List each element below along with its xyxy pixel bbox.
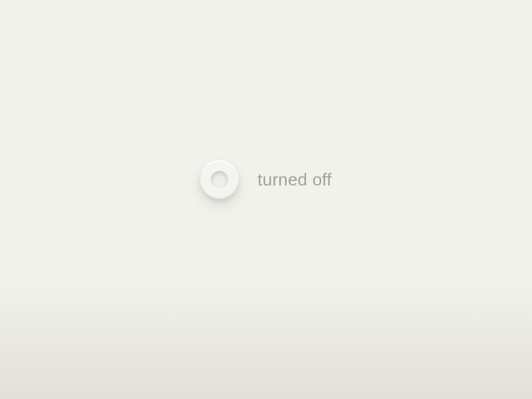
power-toggle-group: turned off: [200, 160, 331, 199]
power-toggle-label: turned off: [257, 170, 331, 190]
power-toggle-button[interactable]: [200, 160, 239, 199]
